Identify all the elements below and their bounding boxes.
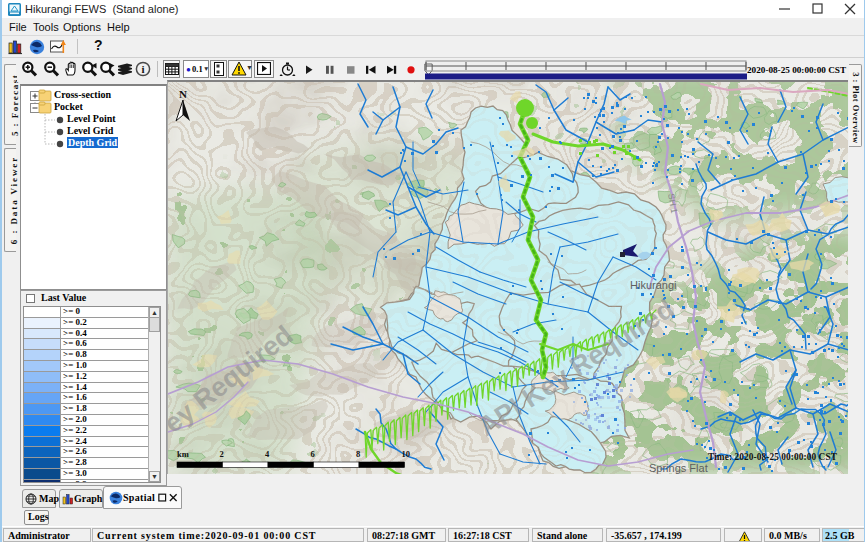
svg-text:10: 10 (402, 449, 411, 459)
svg-text:Springs Flat: Springs Flat (649, 462, 708, 474)
svg-text:2: 2 (220, 449, 224, 459)
svg-text:6: 6 (311, 449, 315, 459)
svg-text:i: i (141, 63, 144, 75)
svg-text:N: N (179, 88, 187, 100)
svg-text:km: km (177, 449, 189, 459)
svg-text:8: 8 (356, 449, 360, 459)
svg-text:Hikurangi: Hikurangi (630, 279, 676, 291)
svg-text:Time: 2020-08-25 00:00:00 CST: Time: 2020-08-25 00:00:00 CST (708, 452, 838, 462)
